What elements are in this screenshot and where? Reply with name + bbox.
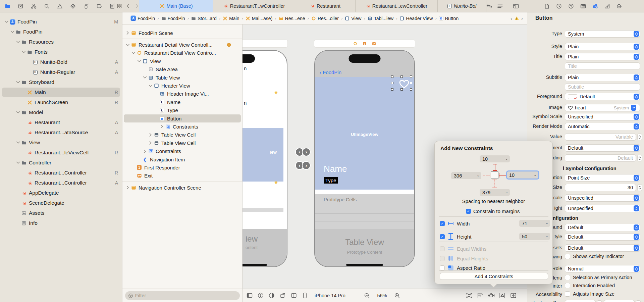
segue-connector[interactable]: ‹ › bbox=[295, 161, 311, 170]
constrain-to-margins-row[interactable]: ✓ Constrain to margins bbox=[466, 208, 520, 214]
attributes-inspector-icon[interactable] bbox=[592, 3, 598, 9]
breadcrumb-tabl-iew[interactable]: Tabl...iew bbox=[368, 16, 393, 21]
outline-item-name[interactable]: L Name bbox=[122, 98, 242, 106]
render-mode-popup[interactable]: Automatic bbox=[565, 123, 640, 130]
sidebar-item-nunito-regular[interactable]: F Nunito-RegularA bbox=[0, 67, 122, 77]
disclosure-icon[interactable] bbox=[15, 110, 21, 114]
next-issue-icon[interactable]: › bbox=[521, 15, 523, 21]
previous-issue-icon[interactable]: ‹ bbox=[511, 15, 512, 21]
tab-overview-icon[interactable] bbox=[117, 3, 122, 9]
role-popup[interactable]: Normal bbox=[565, 265, 640, 272]
file-inspector-icon[interactable] bbox=[543, 3, 550, 9]
sidebar-item-restaurant-controller[interactable]: Restaurant...ControllerA bbox=[0, 178, 122, 188]
tab-nunito-bol[interactable]: FNunito-Bol bbox=[438, 0, 486, 12]
navigator-find-icon[interactable] bbox=[43, 3, 50, 9]
back-icon[interactable] bbox=[125, 3, 131, 9]
breadcrumb-foodpin[interactable]: AFoodPin bbox=[131, 16, 155, 21]
outline-item-view[interactable]: View bbox=[122, 57, 242, 65]
breadcrumb-foodpin[interactable]: FoodPin bbox=[161, 16, 185, 21]
outline-item-constraints[interactable]: Constraints bbox=[122, 122, 242, 131]
add-new-constraints-icon[interactable] bbox=[488, 293, 495, 298]
navigator-breakpoints-icon[interactable] bbox=[96, 3, 102, 9]
navigator-reports-icon[interactable] bbox=[109, 3, 115, 9]
disclosure-icon[interactable] bbox=[137, 59, 142, 63]
breadcrumb-mai-ase[interactable]: Mai...ase) bbox=[246, 16, 272, 21]
adjusts-image-size-checkbox[interactable] bbox=[565, 291, 570, 297]
detail-phone-scene[interactable]: ‹ FoodPin UIImageView Name Type Prototyp… bbox=[314, 50, 415, 267]
foreground-popup[interactable]: Default bbox=[565, 93, 640, 100]
sidebar-item-nunito-bold[interactable]: F Nunito-BoldA bbox=[0, 57, 122, 67]
sidebar-item-restaurant-atasource[interactable]: Restaurant...ataSourceA bbox=[0, 128, 122, 138]
disclosure-icon[interactable] bbox=[131, 51, 136, 55]
device-name[interactable]: iPhone 14 Pro bbox=[315, 289, 345, 302]
disclosure-icon[interactable] bbox=[21, 50, 26, 54]
aspect-ratio-checkbox[interactable] bbox=[440, 265, 445, 270]
filter-field[interactable] bbox=[125, 291, 240, 300]
outline-item-header-view[interactable]: Header View bbox=[122, 82, 242, 90]
zoom-out-icon[interactable] bbox=[364, 293, 370, 299]
image-field[interactable]: heartSystem bbox=[565, 104, 640, 111]
sidebar-item-resources[interactable]: Resources bbox=[0, 37, 122, 47]
history-inspector-icon[interactable] bbox=[555, 3, 562, 9]
breadcrumb-main[interactable]: Main bbox=[223, 16, 239, 21]
disclosure-icon[interactable] bbox=[15, 80, 21, 84]
tab-restaurant[interactable]: Restaurant bbox=[295, 0, 356, 12]
ding-stepper[interactable] bbox=[637, 155, 642, 161]
breadcrumb-res-oller[interactable]: Res...oller bbox=[311, 16, 339, 21]
favorite-heart-icon[interactable]: ♥ bbox=[274, 180, 278, 186]
ding-field[interactable]: Default bbox=[565, 154, 636, 162]
quick-help-inspector-icon[interactable] bbox=[568, 3, 574, 9]
orientation-icon[interactable] bbox=[280, 293, 286, 298]
shows-activity-indicator-checkbox[interactable] bbox=[565, 254, 570, 259]
outline-toggle-icon[interactable] bbox=[247, 293, 253, 298]
sidebar-item-model[interactable]: Model bbox=[0, 107, 122, 117]
sidebar-item-restaurant-leviewcell[interactable]: Restaurant...leViewCellR bbox=[0, 148, 122, 158]
shadow-offset-x-field[interactable]: 0 bbox=[565, 300, 596, 302]
outline-item-foodpin-scene[interactable]: FoodPin Scene bbox=[122, 29, 242, 37]
outline-item-safe-area[interactable]: Safe Area bbox=[122, 65, 242, 73]
disclosure-icon[interactable] bbox=[15, 40, 21, 44]
title-popup[interactable]: Plain bbox=[565, 53, 640, 60]
name-label[interactable]: Name bbox=[324, 164, 347, 174]
outline-item-first-responder[interactable]: 1 First Responder bbox=[122, 163, 242, 171]
navigator-source-control-icon[interactable] bbox=[17, 3, 24, 9]
favorite-heart-icon[interactable]: ♥ bbox=[274, 90, 278, 96]
right-spacing-select[interactable]: 10⌄ bbox=[506, 170, 539, 180]
tab-restaurant-ewcontroller[interactable]: Restaurant...ewController bbox=[356, 0, 438, 12]
title-field[interactable]: Title bbox=[565, 62, 640, 70]
sidebar-item-restaurant[interactable]: RestaurantA bbox=[0, 117, 122, 128]
sidebar-item-main[interactable]: MainR bbox=[0, 87, 122, 97]
bottom-constraint-icon[interactable] bbox=[494, 180, 495, 188]
prototype-cells-section[interactable]: Prototype Cells bbox=[315, 194, 414, 229]
left-spacing-select[interactable]: 306⌄ bbox=[451, 172, 481, 179]
disclosure-icon[interactable] bbox=[15, 161, 21, 165]
shadow-offset-y-stepper[interactable] bbox=[636, 300, 641, 302]
outline-item-navigation-item[interactable]: ❮ Navigation Item bbox=[122, 155, 242, 163]
sidebar-item-info[interactable]: Info bbox=[0, 218, 122, 228]
interaction-enabled-checkbox[interactable] bbox=[565, 283, 570, 288]
adapt-variation-icon[interactable] bbox=[291, 293, 297, 298]
width-constraint-row[interactable]: ✓ Width 71⌄ bbox=[440, 219, 547, 228]
subtitle-popup[interactable]: Plain bbox=[565, 74, 640, 81]
equal-heights-checkbox[interactable] bbox=[440, 256, 445, 261]
breadcrumb-view[interactable]: View bbox=[345, 16, 361, 21]
heart-button[interactable] bbox=[399, 79, 410, 89]
shadow-offset-y-field[interactable]: 0 bbox=[604, 300, 635, 302]
height-constraint-row[interactable]: ✓ Height 50⌄ bbox=[440, 233, 547, 241]
type-label[interactable]: Type bbox=[324, 177, 338, 184]
equal-widths-row[interactable]: Equal Widths bbox=[440, 245, 547, 253]
view-controller-icon[interactable] bbox=[353, 42, 357, 46]
outline-item-type[interactable]: L Type bbox=[122, 106, 242, 114]
breadcrumb-button[interactable]: BButton bbox=[439, 16, 459, 21]
filter-input[interactable] bbox=[135, 293, 229, 298]
add-constraints-button[interactable]: Add 4 Constraints bbox=[440, 273, 548, 280]
equal-heights-row[interactable]: Equal Heights bbox=[440, 254, 547, 262]
disclosure-icon[interactable] bbox=[148, 133, 153, 137]
sidebar-item-scenedelegate[interactable]: SceneDelegate bbox=[0, 198, 122, 208]
equal-widths-checkbox[interactable] bbox=[440, 246, 445, 251]
appearance-icon[interactable] bbox=[269, 293, 275, 298]
add-editor-icon[interactable] bbox=[513, 4, 519, 9]
bottom-spacing-select[interactable]: 379⌄ bbox=[480, 189, 510, 196]
sets-popup[interactable]: Default bbox=[565, 244, 640, 252]
disclosure-icon[interactable] bbox=[142, 149, 148, 153]
